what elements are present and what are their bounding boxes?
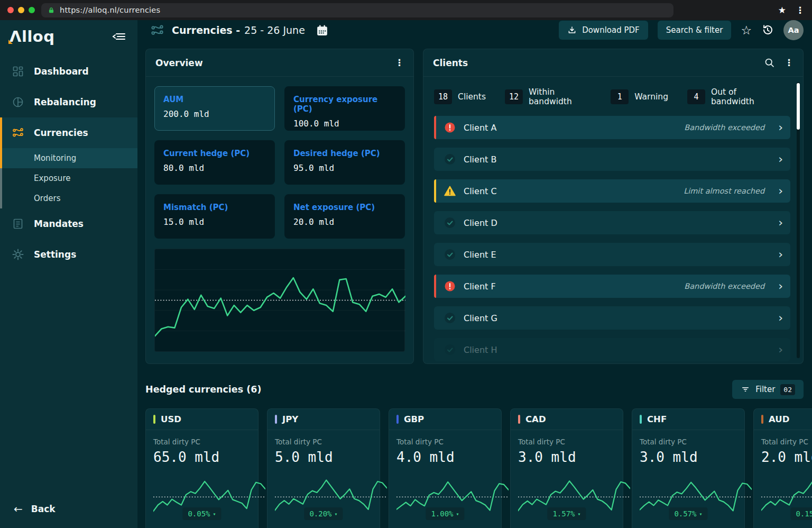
search-filter-button[interactable]: Search & filter [658, 21, 732, 40]
window-controls[interactable] [7, 7, 35, 13]
sidebar-item-mandates[interactable]: Mandates [0, 208, 137, 239]
chevron-right-icon: › [778, 280, 783, 292]
chevron-right-icon: › [778, 217, 783, 229]
client-row-e[interactable]: Client E › [434, 243, 790, 266]
check-circle-icon [444, 343, 456, 356]
stat-card-net-exposure[interactable]: Net exposure (PC) 20.0 mld [284, 194, 405, 239]
favorite-star-icon[interactable]: ☆ [741, 24, 752, 37]
aud-accent-bar [761, 415, 763, 424]
chevron-right-icon: › [778, 153, 783, 165]
currency-card-jpy[interactable]: JPY Total dirty PC 5.0 mld 0.20%▾ [267, 408, 380, 528]
currency-card-aud[interactable]: AUD Total dirty PC 2.0 mld 0.15%▾ [753, 408, 812, 528]
clients-menu-icon[interactable]: ⋮ [785, 58, 793, 67]
chevron-right-icon: › [778, 122, 783, 133]
stat-within-bandwidth: 12 Within bandwidth [505, 87, 592, 106]
sidebar-item-dashboard[interactable]: Dashboard [0, 56, 137, 87]
minimize-window-button[interactable] [18, 7, 24, 13]
client-row-g[interactable]: Client G › [434, 306, 790, 330]
hedged-currencies-title: Hedged currencies (6) [145, 384, 261, 395]
history-icon[interactable] [761, 24, 774, 37]
scrollbar-thumb[interactable] [797, 83, 800, 130]
change-arrow-icon: ▾ [335, 511, 338, 517]
rebalancing-icon [12, 96, 24, 108]
bookmark-star-icon[interactable]: ★ [778, 6, 786, 15]
sidebar-item-currencies[interactable]: Currencies [0, 117, 137, 148]
currencies-title-icon [150, 23, 164, 38]
sidebar-item-monitoring[interactable]: Monitoring [0, 148, 137, 168]
currency-cards: USD Total dirty PC 65.0 mld 0.05%▾ [145, 408, 804, 528]
client-row-b[interactable]: Client B › [434, 148, 790, 171]
usd-accent-bar [153, 415, 155, 424]
client-list: Client A Bandwidth exceeded › Client B [423, 106, 803, 361]
sidebar-item-settings[interactable]: Settings [0, 239, 137, 270]
lock-icon [48, 6, 55, 14]
overview-menu-icon[interactable]: ⋮ [395, 58, 404, 67]
sidebar: Λlloq Dashboard Rebalancing [0, 20, 137, 528]
overview-panel: Overview ⋮ AUM 200.0 mld Currency exposu… [145, 49, 414, 364]
stat-warning: 1 Warning [611, 89, 668, 104]
aud-change-badge: 0.15%▾ [790, 507, 812, 520]
clients-stats: 18 Clients 12 Within bandwidth 1 Warning [423, 77, 803, 106]
jpy-change-badge: 0.20%▾ [304, 507, 343, 520]
sidebar-item-rebalancing[interactable]: Rebalancing [0, 87, 137, 117]
jpy-accent-bar [275, 415, 277, 424]
gbp-change-badge: 1.00%▾ [426, 507, 464, 520]
currency-card-usd[interactable]: USD Total dirty PC 65.0 mld 0.05%▾ [145, 408, 259, 528]
clients-title: Clients [433, 58, 468, 68]
cad-accent-bar [518, 415, 520, 424]
currency-card-chf[interactable]: CHF Total dirty PC 3.0 mld 0.57%▾ [632, 408, 745, 528]
sidebar-item-orders[interactable]: Orders [0, 188, 137, 208]
client-row-h[interactable]: Client H › [434, 338, 790, 361]
change-arrow-icon: ▾ [213, 511, 216, 517]
zoom-window-button[interactable] [29, 7, 35, 13]
warning-icon [444, 185, 456, 197]
url-text: https://alloq.nl/currencies [60, 6, 160, 14]
overview-title: Overview [155, 58, 203, 68]
back-arrow-icon: ← [14, 503, 23, 515]
stat-card-currency-exposure[interactable]: Currency exposure (PC) 100.0 mld [284, 86, 405, 131]
clients-panel: Clients ⋮ 18 Clients [423, 49, 804, 364]
app-logo[interactable]: Λlloq [10, 28, 55, 45]
mandates-icon [12, 217, 24, 230]
check-circle-icon [444, 153, 456, 166]
check-circle-icon [444, 248, 456, 261]
change-arrow-icon: ▾ [699, 511, 703, 517]
sidebar-item-exposure[interactable]: Exposure [0, 168, 137, 188]
client-row-d[interactable]: Client D › [434, 211, 790, 234]
alert-icon [444, 280, 456, 293]
back-button[interactable]: ← Back [0, 490, 137, 528]
stat-card-current-hedge[interactable]: Current hedge (PC) 80.0 mld [154, 140, 275, 185]
calendar-icon[interactable] [316, 24, 329, 37]
stat-card-desired-hedge[interactable]: Desired hedge (PC) 95.0 mld [284, 140, 405, 185]
client-row-c[interactable]: Client C Limit almost reached › [434, 179, 790, 203]
download-icon [567, 25, 577, 35]
client-row-a[interactable]: Client A Bandwidth exceeded › [434, 116, 790, 139]
currencies-icon [12, 126, 24, 139]
avatar[interactable]: Aa [783, 20, 804, 40]
usd-change-badge: 0.05%▾ [182, 507, 221, 520]
stat-out-of-bandwidth: 4 Out of bandwidth [687, 87, 773, 106]
filter-button[interactable]: Filter 02 [732, 380, 804, 399]
collapse-sidebar-icon[interactable] [112, 30, 126, 43]
stat-card-mismatch[interactable]: Mismatch (PC) 15.0 mld [154, 194, 275, 239]
currency-card-gbp[interactable]: GBP Total dirty PC 4.0 mld 1.00%▾ [389, 408, 502, 528]
search-icon[interactable] [764, 57, 775, 68]
download-pdf-button[interactable]: Download PDF [559, 21, 648, 40]
client-row-f[interactable]: Client F Bandwidth exceeded › [434, 275, 790, 298]
gear-icon [12, 248, 24, 261]
filter-count-badge: 02 [780, 384, 795, 395]
chevron-right-icon: › [778, 185, 783, 197]
browser-menu-icon[interactable]: ⋮ [796, 6, 805, 15]
submenu-rail [0, 168, 2, 208]
gbp-accent-bar [396, 415, 399, 424]
close-window-button[interactable] [7, 7, 14, 13]
active-section-rail [0, 117, 2, 168]
change-arrow-icon: ▾ [578, 511, 581, 517]
browser-chrome: https://alloq.nl/currencies ★ ⋮ [0, 0, 812, 20]
chf-change-badge: 0.57%▾ [669, 507, 707, 520]
address-bar[interactable]: https://alloq.nl/currencies [41, 3, 673, 17]
overview-line-chart [154, 249, 405, 352]
stat-total-clients: 18 Clients [434, 89, 486, 104]
currency-card-cad[interactable]: CAD Total dirty PC 3.0 mld 1.57%▾ [510, 408, 623, 528]
stat-card-aum[interactable]: AUM 200.0 mld [154, 86, 275, 131]
